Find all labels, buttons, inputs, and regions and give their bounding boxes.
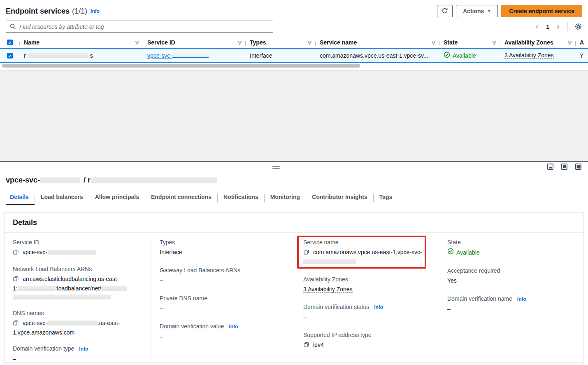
- copy-icon[interactable]: [303, 249, 309, 257]
- page-number[interactable]: 1: [544, 23, 551, 30]
- refresh-button[interactable]: [437, 5, 453, 17]
- sort-icon[interactable]: ▽: [132, 40, 139, 45]
- tab-monitoring[interactable]: Monitoring: [265, 191, 306, 205]
- column-label: Types: [250, 39, 266, 46]
- info-link[interactable]: Info: [229, 324, 238, 330]
- field-label: Domain verification value: [160, 323, 224, 330]
- row-types-cell: Interface: [246, 52, 316, 59]
- field-acceptance-required: Acceptance required Yes: [447, 267, 574, 285]
- field-value-text: vpce-svc-: [23, 249, 47, 255]
- sort-icon[interactable]: ▽: [489, 40, 496, 45]
- table-row[interactable]: r s vpce-svc- Interface com.amazonaws.vp…: [0, 48, 588, 63]
- sort-icon[interactable]: ▽: [235, 40, 242, 45]
- field-service-id: Service ID vpce-svc-: [13, 239, 142, 257]
- next-page-icon[interactable]: [555, 23, 561, 30]
- field-domain-verification-name: Domain verification name Info –: [447, 295, 574, 314]
- field-domain-verification-status: Domain verification status Info –: [303, 303, 430, 322]
- column-header-availability-zones[interactable]: Availability Zones ▽: [500, 39, 576, 46]
- field-domain-verification-value: Domain verification value Info –: [160, 323, 286, 341]
- preferences-gear-icon[interactable]: [574, 23, 582, 30]
- field-value-text: 1.vpce.amazonaws.com: [13, 329, 74, 336]
- name-text: s: [90, 52, 93, 59]
- info-link[interactable]: Info: [517, 296, 526, 302]
- column-label: A: [580, 39, 584, 46]
- copy-icon[interactable]: [13, 249, 19, 257]
- details-column-4: State Available Acceptance required Yes: [439, 239, 583, 365]
- field-label: Acceptance required: [447, 267, 574, 274]
- row-service-id-cell: vpce-svc-: [143, 52, 246, 59]
- info-link[interactable]: Info: [374, 304, 383, 310]
- checkbox-checked-icon[interactable]: [7, 40, 13, 45]
- field-value-text: com.amazonaws.vpce.us-east-1.vpce-svc-: [313, 249, 422, 255]
- previous-page-icon[interactable]: [535, 23, 540, 30]
- tab-load-balancers[interactable]: Load balancers: [35, 191, 89, 205]
- column-header-acceptance[interactable]: A: [576, 39, 588, 46]
- redacted-text: [13, 295, 111, 299]
- select-all-checkbox[interactable]: [0, 40, 20, 45]
- info-link[interactable]: Info: [91, 8, 100, 14]
- panel-size-controls: [547, 164, 581, 170]
- tab-contributor-insights[interactable]: Contributor Insights: [306, 191, 373, 205]
- caret-down-icon: ▼: [487, 9, 491, 13]
- sort-icon[interactable]: ▽: [428, 40, 435, 45]
- panel-title: vpce-svc- / r: [6, 176, 584, 185]
- state-text: Available: [453, 52, 476, 59]
- field-glb-arns: Gateway Load Balancers ARNs –: [160, 267, 286, 285]
- column-header-service-name[interactable]: Service name ▽: [316, 39, 439, 46]
- actions-label: Actions: [463, 8, 484, 14]
- field-nlb-arns: Network Load Balancers ARNs arn:aws:elas…: [13, 265, 142, 302]
- column-header-state[interactable]: State ▽: [439, 39, 500, 46]
- table-toolbar: 1: [0, 20, 588, 37]
- field-value-text: –: [160, 332, 286, 341]
- page-background: [0, 71, 588, 161]
- checkbox-checked-icon[interactable]: [7, 53, 13, 58]
- tab-tags[interactable]: Tags: [374, 191, 398, 205]
- column-header-service-id[interactable]: Service ID ▽: [143, 39, 246, 46]
- service-id-link[interactable]: vpce-svc-: [147, 52, 209, 59]
- availability-zones-popover-link[interactable]: 3 Availability Zones: [303, 286, 353, 293]
- availability-zones-popover-link[interactable]: 3 Availability Zones: [504, 52, 554, 59]
- copy-icon[interactable]: [303, 342, 309, 350]
- horizontal-scrollbar: [2, 64, 588, 68]
- column-header-name[interactable]: Name ▽: [20, 39, 143, 46]
- field-label: Availability Zones: [303, 276, 430, 283]
- field-supported-ip-address-type: Supported IP address type ipv4: [303, 331, 430, 350]
- scrollbar-thumb[interactable]: [2, 64, 360, 68]
- info-link[interactable]: Info: [79, 346, 88, 352]
- field-value-text: :loadbalancer/net/: [56, 285, 101, 292]
- field-label: Network Load Balancers ARNs: [13, 265, 142, 273]
- header-actions: Actions ▼ Create endpoint service: [437, 5, 582, 17]
- column-label: Availability Zones: [504, 39, 553, 46]
- panel-drag-handle-icon[interactable]: [272, 166, 280, 170]
- tab-details[interactable]: Details: [6, 191, 35, 205]
- field-value-text: –: [13, 355, 142, 363]
- panel-size-small-icon[interactable]: [547, 164, 553, 170]
- pagination: 1: [535, 22, 582, 31]
- panel-size-large-icon[interactable]: [575, 164, 581, 170]
- sort-icon[interactable]: ▽: [304, 40, 311, 45]
- field-value-text: Interface: [160, 248, 286, 257]
- sort-icon[interactable]: ▽: [565, 40, 572, 45]
- field-label: Types: [160, 239, 286, 246]
- page-title: Endpoint services: [6, 7, 70, 16]
- actions-button[interactable]: Actions ▼: [456, 5, 498, 17]
- search-icon: [9, 23, 16, 31]
- column-label: Service name: [320, 39, 357, 46]
- panel-size-medium-icon[interactable]: [561, 164, 567, 170]
- tab-endpoint-connections[interactable]: Endpoint connections: [145, 191, 217, 205]
- redacted-text: [303, 259, 356, 264]
- create-endpoint-service-button[interactable]: Create endpoint service: [501, 5, 582, 17]
- copy-icon[interactable]: [13, 276, 19, 284]
- tab-allow-principals[interactable]: Allow principals: [89, 191, 145, 205]
- field-value-text: Yes: [447, 276, 574, 285]
- redacted-text: [172, 53, 209, 58]
- state-badge: Available: [444, 51, 476, 59]
- field-label: Gateway Load Balancers ARNs: [160, 267, 286, 274]
- panel-tabs: Details Load balancers Allow principals …: [6, 191, 584, 205]
- copy-icon[interactable]: [13, 320, 19, 328]
- create-label: Create endpoint service: [509, 8, 574, 14]
- row-service-name-cell: com.amazonaws.vpce.us-east-1.vpce-sv...: [316, 52, 439, 59]
- search-input[interactable]: [6, 21, 273, 33]
- column-header-types[interactable]: Types ▽: [246, 39, 316, 46]
- tab-notifications[interactable]: Notifications: [218, 191, 264, 205]
